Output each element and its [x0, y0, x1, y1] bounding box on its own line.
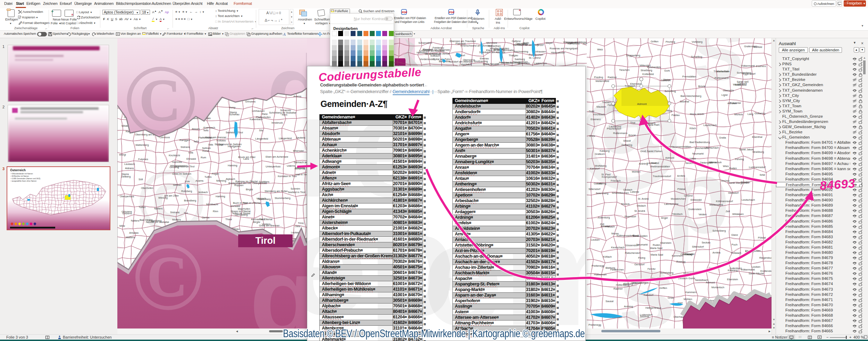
svg-text:Vorchdorf: Vorchdorf [461, 63, 472, 66]
svg-text:Friesach: Friesach [605, 225, 615, 228]
svg-text:s: s [618, 232, 676, 334]
svg-text:Rosenau am Hengstpaß: Rosenau am Hengstpaß [550, 47, 578, 50]
svg-text:Stams: Stams [122, 173, 129, 176]
svg-text:Haiming: Haiming [216, 195, 225, 198]
svg-text:Kematen in Tirol: Kematen in Tirol [278, 175, 297, 178]
svg-text:Längenfeld: Längenfeld [279, 137, 292, 140]
svg-text:Griffen: Griffen [651, 40, 658, 43]
svg-text:p: p [667, 138, 730, 256]
svg-text:Leutschach: Leutschach [742, 198, 755, 201]
svg-text:Umhausen: Umhausen [252, 109, 265, 113]
svg-text:Hall in Tirol: Hall in Tirol [295, 173, 307, 176]
svg-text:Faistenau: Faistenau [433, 46, 444, 49]
svg-text:Lans: Lans [243, 157, 249, 160]
svg-text:Birgitz: Birgitz [253, 221, 260, 224]
svg-text:Gaal: Gaal [709, 266, 714, 269]
svg-text:Ilztal: Ilztal [760, 173, 765, 176]
svg-text:Wattenberg: Wattenberg [135, 143, 149, 147]
svg-text:Sautens: Sautens [296, 136, 306, 139]
svg-text:©: © [131, 222, 204, 330]
svg-text:Absam: Absam [192, 127, 200, 131]
svg-text:Axams: Axams [293, 95, 301, 98]
svg-text:Ruden: Ruden [729, 167, 737, 170]
svg-text:Telfs: Telfs [203, 129, 209, 132]
svg-text:Längenfeld: Längenfeld [255, 137, 268, 140]
svg-text:Pettenbach: Pettenbach [499, 61, 512, 64]
svg-text:Rietz: Rietz [259, 218, 265, 221]
svg-text:Sausal: Sausal [606, 300, 614, 303]
svg-text:Schmirn: Schmirn [291, 187, 300, 190]
svg-text:Gaflenz: Gaflenz [512, 40, 521, 43]
svg-text:Oberperfuss: Oberperfuss [252, 182, 267, 185]
svg-text:Preitenegg: Preitenegg [592, 264, 604, 267]
svg-text:Mieming: Mieming [216, 179, 226, 182]
svg-text:Paldau: Paldau [671, 114, 679, 117]
svg-text:Seiersberg: Seiersberg [596, 192, 608, 195]
svg-text:Ludmannsdorf: Ludmannsdorf [749, 166, 766, 169]
svg-text:Pfaffenhofen: Pfaffenhofen [198, 136, 213, 139]
svg-text:Uderns: Uderns [287, 164, 295, 167]
svg-text:St. Andrä: St. Andrä [638, 197, 649, 200]
svg-text:Rietz: Rietz [262, 113, 268, 116]
svg-text:Obdach: Obdach [637, 204, 646, 207]
svg-text:Wolfsberg: Wolfsberg [683, 272, 695, 275]
svg-text:Straßburg: Straßburg [752, 150, 764, 153]
svg-text:Pirching: Pirching [666, 40, 675, 43]
svg-text:Völkermarkt: Völkermarkt [741, 268, 755, 271]
svg-text:Spital am Pyhrn: Spital am Pyhrn [433, 58, 451, 61]
svg-text:g: g [249, 233, 307, 334]
svg-text:Leutschach: Leutschach [703, 124, 717, 127]
svg-text:Wörgl: Wörgl [119, 153, 126, 156]
svg-text:Stummerberg: Stummerberg [275, 197, 290, 200]
svg-text:Köflach: Köflach [603, 255, 612, 258]
svg-text:St. Lorenz: St. Lorenz [529, 56, 541, 59]
svg-text:Zell: Zell [600, 223, 604, 226]
svg-text:Telfs: Telfs [193, 140, 199, 143]
svg-text:Einhausen: Einhausen [534, 50, 546, 53]
svg-text:Rinn: Rinn [282, 113, 287, 116]
svg-text:Innsbruck: Innsbruck [272, 121, 283, 124]
svg-text:Oetz: Oetz [295, 225, 300, 228]
svg-text:Weyer: Weyer [545, 41, 553, 44]
svg-text:Guttaring: Guttaring [754, 112, 765, 115]
svg-text:Scheffau: Scheffau [229, 113, 239, 116]
svg-text:Silz: Silz [259, 129, 263, 132]
svg-text:Sittersdorf: Sittersdorf [589, 188, 601, 191]
svg-text:Leoben: Leoben [591, 238, 600, 241]
svg-text:Münster: Münster [232, 98, 242, 101]
svg-text:Gallizien: Gallizien [661, 79, 671, 82]
svg-text:Scharnstein: Scharnstein [418, 41, 432, 44]
svg-text:Innerschwand am Mondsee: Innerschwand am Mondsee [460, 44, 492, 47]
svg-text:Grinzens: Grinzens [245, 100, 256, 103]
svg-text:Thaur: Thaur [225, 218, 232, 221]
svg-text:Sankt Jakob: Sankt Jakob [739, 148, 753, 151]
svg-text:Strass im Zillertal: Strass im Zillertal [231, 210, 251, 213]
svg-text:Leutasch: Leutasch [124, 163, 135, 166]
svg-text:Edlbach: Edlbach [431, 54, 440, 57]
svg-text:Vomp: Vomp [229, 106, 235, 109]
svg-text:Achenkirch: Achenkirch [223, 238, 236, 241]
svg-text:Kaltenbach: Kaltenbach [250, 118, 263, 121]
svg-text:Mureck: Mureck [734, 113, 743, 116]
svg-text:Birgitz: Birgitz [246, 188, 253, 191]
svg-text:Ebenthal: Ebenthal [752, 135, 762, 139]
svg-text:Roitham: Roitham [583, 42, 587, 45]
svg-text:Halbenrain: Halbenrain [594, 273, 607, 276]
svg-text:Kolsass: Kolsass [217, 139, 226, 142]
svg-text:Thalgau: Thalgau [509, 54, 518, 57]
svg-text:Trofaiach: Trofaiach [731, 251, 741, 255]
svg-text:Aldrans: Aldrans [125, 167, 134, 170]
svg-text:Mitterbach: Mitterbach [518, 62, 530, 65]
svg-text:Wildalpen: Wildalpen [732, 213, 744, 216]
svg-text:Scheifling: Scheifling [665, 90, 676, 93]
svg-text:Vorderstoder: Vorderstoder [420, 58, 435, 61]
svg-text:Judenburg: Judenburg [729, 267, 742, 270]
svg-text:Pölstal: Pölstal [758, 236, 766, 239]
svg-text:Steinberg am Rofan: Steinberg am Rofan [265, 190, 288, 193]
svg-text:Mureck: Mureck [621, 202, 630, 206]
svg-text:Buch in Tirol: Buch in Tirol [233, 201, 248, 205]
svg-text:Gries am Brenner: Gries am Brenner [259, 224, 280, 227]
svg-text:Eberndorf: Eberndorf [625, 215, 636, 218]
svg-text:Puch: Puch [732, 243, 737, 246]
svg-text:St. Andrä: St. Andrä [634, 209, 645, 213]
